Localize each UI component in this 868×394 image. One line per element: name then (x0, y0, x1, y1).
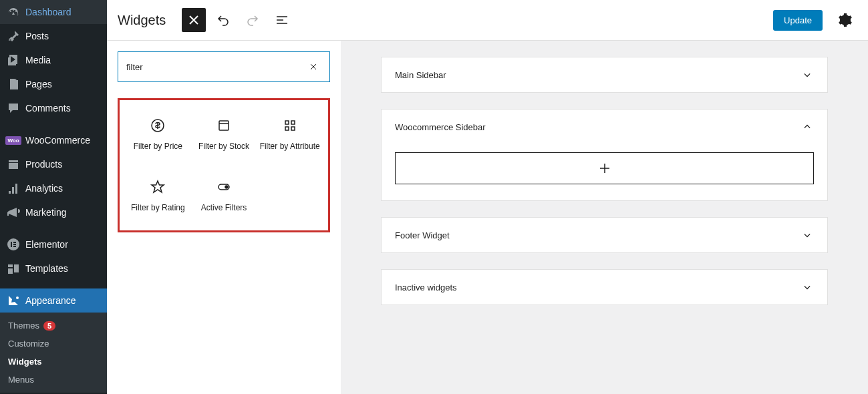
appearance-icon (7, 294, 20, 307)
pages-icon (7, 77, 20, 91)
products-icon (7, 158, 20, 171)
widget-area-woocommerce-sidebar: Woocommerce Sidebar (381, 109, 828, 201)
block-filter-by-stock[interactable]: Filter by Stock (191, 110, 257, 160)
sidebar-item-templates[interactable]: Templates (0, 256, 107, 280)
block-filter-by-attribute[interactable]: Filter by Attribute (257, 110, 323, 160)
sidebar-item-elementor[interactable]: Elementor (0, 232, 107, 256)
chevron-down-icon (801, 228, 814, 242)
block-search-input[interactable] (126, 62, 305, 72)
comments-icon (7, 102, 20, 115)
widget-area-title: Inactive widgets (395, 282, 457, 292)
svg-point-12 (225, 186, 228, 188)
sidebar-item-label: Appearance (25, 295, 76, 306)
widget-areas-panel: Main Sidebar Woocommerce Sidebar Footer (341, 41, 868, 394)
block-label: Active Filters (201, 203, 247, 214)
sidebar-item-appearance[interactable]: Appearance (0, 288, 107, 313)
admin-sidebar: Dashboard Posts Media Pages Comments Woo… (0, 0, 107, 394)
analytics-icon (7, 182, 20, 195)
sidebar-item-label: Templates (25, 263, 68, 274)
add-block-button[interactable] (395, 152, 814, 184)
page-title: Widgets (118, 13, 166, 28)
sidebar-item-label: Dashboard (25, 7, 71, 17)
widget-area-footer-widget: Footer Widget (381, 217, 828, 253)
widget-area-body (382, 144, 827, 200)
elementor-icon (7, 238, 20, 251)
sidebar-item-pages[interactable]: Pages (0, 72, 107, 96)
widget-area-header[interactable]: Main Sidebar (382, 57, 827, 92)
submenu-item-menus[interactable]: Menus (0, 371, 107, 389)
star-icon (150, 179, 166, 195)
block-active-filters[interactable]: Active Filters (191, 171, 257, 222)
pin-icon (7, 29, 20, 43)
box-icon (216, 118, 232, 134)
templates-icon (7, 262, 20, 275)
chevron-up-icon (801, 120, 814, 134)
close-icon (186, 12, 202, 28)
block-label: Filter by Price (134, 142, 182, 152)
marketing-icon (7, 206, 20, 219)
plus-icon (597, 160, 613, 176)
sidebar-item-analytics[interactable]: Analytics (0, 176, 107, 200)
widget-area-main-sidebar: Main Sidebar (381, 57, 828, 93)
submenu-item-widgets[interactable]: Widgets (0, 353, 107, 371)
undo-icon (215, 12, 231, 28)
main-area: Widgets Update (107, 0, 868, 394)
sidebar-item-comments[interactable]: Comments (0, 96, 107, 120)
widget-area-title: Footer Widget (395, 230, 450, 240)
search-clear-button[interactable] (305, 59, 321, 75)
block-label: Filter by Stock (198, 142, 249, 152)
appearance-submenu: Themes 5 Customize Widgets Menus (0, 313, 107, 393)
sidebar-item-products[interactable]: Products (0, 152, 107, 176)
svg-rect-7 (285, 121, 289, 124)
close-inserter-button[interactable] (182, 8, 206, 32)
submenu-label: Customize (8, 339, 49, 349)
submenu-label: Widgets (8, 357, 41, 367)
sidebar-item-label: Marketing (25, 207, 66, 218)
svg-rect-4 (13, 246, 16, 247)
widget-area-header[interactable]: Footer Widget (382, 218, 827, 252)
editor-header: Widgets Update (107, 0, 868, 41)
chevron-down-icon (801, 280, 814, 294)
sidebar-item-dashboard[interactable]: Dashboard (0, 0, 107, 24)
widget-area-header[interactable]: Woocommerce Sidebar (382, 110, 827, 144)
media-icon (7, 53, 20, 67)
block-label: Filter by Rating (131, 203, 185, 214)
sidebar-item-label: Products (25, 159, 62, 170)
sidebar-item-label: WooCommerce (25, 135, 90, 146)
close-icon (308, 61, 319, 72)
gear-icon (837, 12, 853, 28)
block-results-grid: Filter by Price Filter by Stock Filter b… (118, 98, 330, 232)
grid-icon (282, 118, 298, 134)
sidebar-item-label: Elementor (25, 239, 68, 250)
list-view-button[interactable] (270, 8, 294, 32)
woocommerce-icon: Woo (7, 134, 20, 147)
themes-badge: 5 (43, 321, 55, 331)
block-filter-by-price[interactable]: Filter by Price (125, 110, 191, 160)
submenu-item-customize[interactable]: Customize (0, 335, 107, 353)
toggle-icon (216, 179, 232, 195)
settings-button[interactable] (833, 8, 857, 32)
sidebar-item-label: Media (25, 55, 51, 65)
redo-button[interactable] (241, 8, 265, 32)
submenu-label: Themes (8, 321, 39, 331)
svg-rect-3 (13, 244, 16, 245)
submenu-item-themes[interactable]: Themes 5 (0, 317, 107, 335)
update-button[interactable]: Update (773, 10, 823, 31)
editor-content: Filter by Price Filter by Stock Filter b… (107, 41, 868, 394)
sidebar-item-label: Comments (25, 103, 71, 114)
widget-area-title: Main Sidebar (395, 70, 446, 80)
list-view-icon (274, 12, 290, 28)
undo-button[interactable] (211, 8, 235, 32)
sidebar-item-marketing[interactable]: Marketing (0, 200, 107, 224)
svg-rect-2 (13, 242, 16, 243)
sidebar-item-label: Pages (25, 79, 52, 89)
block-inserter-panel: Filter by Price Filter by Stock Filter b… (107, 41, 341, 394)
sidebar-item-label: Analytics (25, 183, 63, 194)
currency-dollar-icon (150, 118, 166, 134)
block-filter-by-rating[interactable]: Filter by Rating (125, 171, 191, 222)
widget-area-header[interactable]: Inactive widgets (382, 270, 827, 305)
svg-rect-10 (291, 127, 295, 130)
sidebar-item-woocommerce[interactable]: Woo WooCommerce (0, 128, 107, 152)
sidebar-item-media[interactable]: Media (0, 48, 107, 72)
sidebar-item-posts[interactable]: Posts (0, 24, 107, 48)
